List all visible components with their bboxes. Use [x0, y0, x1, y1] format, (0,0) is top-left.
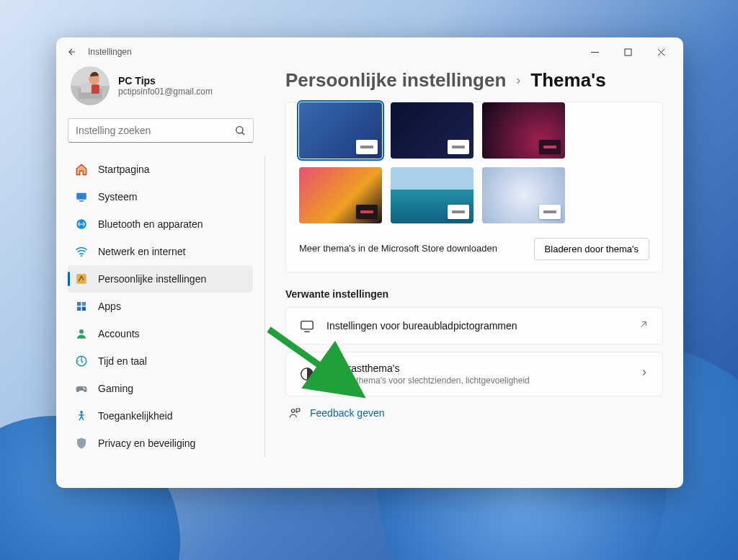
breadcrumb-parent[interactable]: Persoonlijke instellingen	[285, 69, 506, 92]
nav-icon	[75, 327, 88, 340]
nav-icon	[75, 163, 88, 176]
window-controls	[578, 41, 677, 63]
feedback-icon	[288, 406, 301, 419]
nav-label: Toegankelijkheid	[98, 410, 173, 422]
back-button[interactable]	[62, 42, 82, 62]
settings-window: Instellingen PC Tips pctipsinfo01@gmail.…	[56, 37, 683, 488]
maximize-icon	[624, 48, 632, 56]
nav-icon	[75, 409, 88, 422]
svg-point-5	[236, 127, 243, 133]
theme-option[interactable]	[299, 167, 382, 223]
nav-item-startpagina[interactable]: Startpagina	[68, 156, 253, 183]
nav-label: Persoonlijke instellingen	[98, 273, 206, 285]
svg-point-19	[80, 411, 83, 414]
nav-item-systeem[interactable]: Systeem	[68, 183, 253, 210]
nav-item-privacy-en-beveiliging[interactable]: Privacy en beveiliging	[68, 430, 253, 457]
nav-icon	[75, 245, 88, 258]
nav-icon	[75, 218, 88, 231]
desktop-icons-row[interactable]: Instellingen voor bureaubladpictogrammen	[285, 307, 663, 345]
close-icon	[657, 48, 665, 56]
profile-name: PC Tips	[118, 75, 213, 86]
svg-point-15	[79, 329, 84, 334]
theme-option[interactable]	[299, 102, 382, 159]
open-icon	[638, 319, 649, 333]
svg-rect-7	[79, 200, 84, 202]
sidebar: PC Tips pctipsinfo01@gmail.com Startpagi…	[56, 66, 265, 488]
themes-card: Meer thema's in de Microsoft Store downl…	[285, 102, 663, 272]
search-box[interactable]	[68, 118, 254, 143]
close-button[interactable]	[644, 41, 677, 63]
svg-rect-14	[82, 307, 86, 311]
breadcrumb: Persoonlijke instellingen › Thema's	[285, 66, 663, 102]
chevron-right-icon	[639, 368, 649, 381]
svg-point-9	[81, 255, 82, 257]
svg-rect-11	[77, 302, 81, 306]
nav-item-tijd-en-taal[interactable]: Tijd en taal	[68, 347, 253, 375]
contrast-sub: Kleurenthema's voor slechtzienden, licht…	[326, 375, 628, 386]
theme-grid	[299, 102, 649, 223]
theme-option[interactable]	[482, 167, 565, 223]
svg-rect-6	[76, 193, 86, 200]
chevron-right-icon: ›	[516, 73, 520, 88]
browse-themes-button[interactable]: Bladeren door thema's	[534, 238, 649, 260]
nav-item-accounts[interactable]: Accounts	[68, 320, 253, 347]
nav-label: Apps	[98, 301, 121, 312]
desktop-icons-label: Instellingen voor bureaubladpictogrammen	[326, 320, 626, 332]
desktop-icon	[299, 318, 315, 334]
svg-rect-13	[77, 307, 81, 311]
more-themes-text: Meer thema's in de Microsoft Store downl…	[299, 242, 497, 255]
feedback-link[interactable]: Feedback geven	[285, 396, 663, 430]
minimize-button[interactable]	[578, 41, 611, 63]
related-heading: Verwante instellingen	[285, 288, 663, 300]
nav-label: Systeem	[98, 191, 137, 203]
svg-point-22	[292, 409, 295, 413]
nav-item-apps[interactable]: Apps	[68, 293, 253, 320]
titlebar: Instellingen	[56, 37, 683, 66]
arrow-left-icon	[67, 47, 77, 57]
nav-label: Tijd en taal	[98, 355, 147, 367]
nav-item-persoonlijke-instellingen[interactable]: Persoonlijke instellingen	[68, 265, 253, 293]
svg-rect-12	[82, 302, 86, 306]
svg-point-17	[83, 387, 84, 388]
theme-option[interactable]	[482, 102, 565, 159]
nav-label: Gaming	[98, 383, 133, 394]
search-input[interactable]	[76, 125, 234, 136]
nav: StartpaginaSysteemBluetooth en apparaten…	[68, 156, 265, 457]
content: Persoonlijke instellingen › Thema's Meer…	[265, 66, 683, 488]
nav-icon	[75, 382, 88, 395]
nav-icon	[75, 190, 88, 203]
contrast-icon	[299, 366, 315, 382]
nav-icon	[75, 272, 88, 285]
nav-label: Startpagina	[98, 164, 150, 175]
nav-item-toegankelijkheid[interactable]: Toegankelijkheid	[68, 402, 253, 430]
nav-label: Privacy en beveiliging	[98, 437, 195, 449]
theme-option[interactable]	[391, 102, 474, 159]
search-icon	[234, 125, 246, 136]
nav-icon	[75, 437, 88, 450]
nav-label: Netwerk en internet	[98, 246, 185, 257]
contrast-title: Contrastthema's	[326, 363, 628, 374]
avatar	[71, 66, 110, 105]
nav-item-gaming[interactable]: Gaming	[68, 375, 253, 402]
svg-rect-4	[92, 84, 99, 94]
nav-label: Bluetooth en apparaten	[98, 218, 203, 230]
contrast-themes-row[interactable]: Contrastthema's Kleurenthema's voor slec…	[285, 352, 663, 396]
svg-rect-20	[301, 321, 314, 329]
minimize-icon	[591, 48, 599, 56]
nav-icon	[75, 355, 88, 368]
svg-rect-0	[625, 49, 631, 55]
feedback-label: Feedback geven	[310, 407, 385, 419]
breadcrumb-current: Thema's	[530, 69, 605, 92]
nav-item-bluetooth-en-apparaten[interactable]: Bluetooth en apparaten	[68, 210, 253, 238]
svg-point-18	[84, 388, 86, 390]
profile-email: pctipsinfo01@gmail.com	[118, 86, 213, 97]
window-title: Instellingen	[88, 47, 132, 57]
profile[interactable]: PC Tips pctipsinfo01@gmail.com	[68, 66, 254, 118]
nav-label: Accounts	[98, 328, 140, 339]
maximize-button[interactable]	[611, 41, 644, 63]
nav-item-netwerk-en-internet[interactable]: Netwerk en internet	[68, 238, 253, 265]
nav-icon	[75, 300, 88, 313]
theme-option[interactable]	[391, 167, 474, 223]
